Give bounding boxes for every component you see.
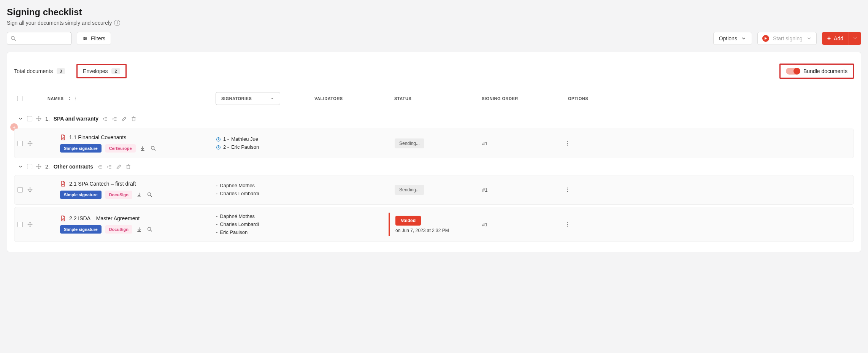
clock-icon [216, 145, 221, 150]
group-checkbox[interactable] [27, 116, 32, 121]
pdf-icon [60, 181, 66, 187]
drag-handle-icon[interactable] [27, 222, 33, 227]
chevron-down-icon [853, 36, 857, 40]
pdf-icon [60, 134, 66, 140]
group-checkbox[interactable] [27, 164, 32, 169]
signatory-prefix: 1 - [223, 135, 229, 143]
status-badge: Sending... [395, 138, 424, 148]
signatory-name: Charles Lombardi [220, 190, 259, 198]
signing-order: #1 [482, 187, 547, 193]
search-icon [10, 35, 16, 41]
add-label: Add [834, 35, 843, 41]
th-options: OPTIONS [546, 96, 588, 101]
row-options-icon[interactable] [565, 221, 571, 227]
play-icon [762, 35, 769, 42]
signatory-prefix: 2 - [223, 143, 229, 151]
row-checkbox[interactable] [17, 141, 23, 146]
drag-handle-icon[interactable] [36, 164, 41, 169]
provider-chip: DocuSign [105, 225, 132, 234]
signature-type-chip: Simple signature [60, 225, 102, 234]
select-all-checkbox[interactable] [17, 96, 22, 101]
sort-icon[interactable] [67, 96, 72, 101]
signatory-name: Eric Paulson [231, 143, 259, 151]
signatory-prefix: - [216, 182, 217, 190]
signatory-prefix: - [216, 190, 217, 198]
drag-handle-icon[interactable] [36, 116, 41, 121]
plus-icon: + [827, 35, 831, 42]
info-icon[interactable]: i [114, 20, 120, 26]
document-name[interactable]: 2.2 ISDA – Master Agreement [69, 215, 140, 221]
provider-chip: CertEurope [105, 144, 136, 153]
signatory-name: Daphné Mothes [220, 213, 255, 221]
trash-icon[interactable] [131, 116, 136, 122]
start-signing-label: Start signing [773, 35, 803, 41]
pdf-icon [60, 215, 66, 221]
chevron-down-icon [806, 36, 812, 41]
caret-down-icon [270, 96, 275, 101]
highlight-envelopes-tab: Envelopes 2 [76, 64, 127, 78]
clock-icon [216, 137, 221, 142]
drag-handle-icon[interactable] [27, 141, 33, 146]
indent-icon[interactable] [112, 116, 117, 122]
group-title: Other contracts [54, 164, 93, 170]
bundle-toggle-label: Bundle documents [803, 68, 847, 74]
badge-count: 2 [111, 68, 120, 74]
row-checkbox[interactable] [17, 187, 23, 192]
add-dropdown-caret[interactable] [849, 35, 861, 41]
th-signatories: SIGNATORIES [221, 96, 252, 101]
row-checkbox[interactable] [17, 222, 23, 227]
document-name[interactable]: 1.1 Financial Covenants [69, 134, 126, 140]
indent-icon[interactable] [106, 164, 112, 170]
group-number: 2. [45, 164, 50, 170]
start-signing-button[interactable]: Start signing [757, 32, 817, 45]
search-icon[interactable] [147, 226, 153, 232]
download-icon[interactable] [136, 226, 142, 232]
dots-icon[interactable] [73, 96, 78, 101]
row-options-icon[interactable] [565, 140, 571, 146]
status-badge: Voided [395, 216, 421, 226]
tab-label: Envelopes [83, 68, 108, 74]
highlight-bundle-toggle: Bundle documents [779, 64, 854, 79]
th-names: NAMES [48, 96, 63, 101]
table-row: 2.2 ISDA – Master Agreement Simple signa… [14, 207, 854, 242]
drag-handle-icon[interactable] [27, 187, 33, 192]
tab-envelopes[interactable]: Envelopes 2 [83, 68, 120, 74]
signatory-name: Charles Lombardi [220, 221, 259, 229]
filters-label: Filters [91, 35, 105, 41]
edit-icon[interactable] [116, 164, 122, 170]
status-timestamp: on Jun 7, 2023 at 2:32 PM [395, 228, 482, 233]
search-icon[interactable] [150, 145, 156, 151]
page-subtitle: Sign all your documents simply and secur… [7, 20, 861, 26]
chevron-down-icon[interactable] [18, 164, 23, 169]
group-title: SPA and warranty [54, 116, 98, 122]
table-row: 2.1 SPA Cantech – first draft Simple sig… [14, 175, 854, 205]
trash-icon[interactable] [125, 164, 131, 170]
document-name[interactable]: 2.1 SPA Cantech – first draft [69, 181, 136, 187]
download-icon[interactable] [136, 192, 142, 198]
edit-icon[interactable] [121, 116, 127, 122]
signatory-prefix: - [216, 213, 217, 221]
chevron-down-icon[interactable] [18, 116, 23, 121]
search-input[interactable] [19, 36, 83, 41]
th-validators: VALIDATORS [314, 96, 394, 101]
th-signing-order: SIGNING ORDER [482, 96, 546, 101]
download-icon[interactable] [140, 145, 146, 151]
signatory-name: Mathieu Jue [231, 135, 258, 143]
outdent-icon[interactable] [102, 116, 108, 122]
signatory-prefix: - [216, 221, 217, 229]
filters-button[interactable]: Filters [77, 32, 111, 45]
bundle-toggle[interactable] [786, 68, 800, 75]
group-header: 2. Other contracts [14, 161, 854, 173]
signatories-dropdown[interactable]: SIGNATORIES [216, 92, 280, 105]
status-badge: Sending... [395, 185, 424, 195]
outdent-icon[interactable] [97, 164, 103, 170]
th-status: STATUS [394, 96, 482, 101]
add-button[interactable]: + Add [822, 32, 861, 45]
options-button[interactable]: Options [713, 32, 752, 45]
group-number: 1. [45, 116, 50, 122]
options-label: Options [719, 35, 737, 41]
tab-total-documents[interactable]: Total documents 3 [14, 68, 65, 74]
row-options-icon[interactable] [565, 187, 571, 193]
search-input-wrapper[interactable] [7, 32, 71, 45]
search-icon[interactable] [147, 192, 153, 198]
